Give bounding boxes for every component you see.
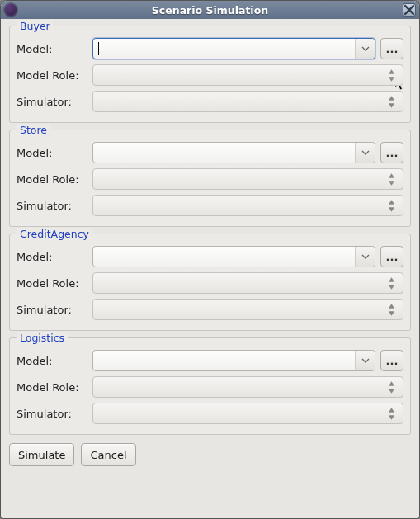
label-simulator: Simulator: [17,200,87,212]
dialog-client: Buyer Model: ... Model Role: [1,19,419,518]
browse-button[interactable]: ... [380,350,403,371]
row-model: Model: ... [17,36,403,61]
simulator-select[interactable] [92,195,403,216]
updown-icon[interactable] [388,377,399,397]
group-legend: Buyer [17,20,54,32]
chevron-down-icon[interactable] [355,247,375,267]
row-simulator: Simulator: [17,297,403,322]
simulate-button[interactable]: Simulate [9,443,74,466]
label-model-role: Model Role: [17,173,87,186]
updown-icon[interactable] [388,92,399,111]
browse-button[interactable]: ... [380,246,403,267]
updown-icon[interactable] [388,300,399,319]
ellipsis-label: ... [386,251,399,263]
group-store: Store Model: ... Model Role: [9,130,411,227]
dialog-window: Scenario Simulation Buyer Model: ... [0,0,420,519]
row-model: Model: ... [17,140,403,165]
group-creditagency: CreditAgency Model: ... Model Role: [9,234,411,331]
model-role-select[interactable] [92,272,403,294]
updown-icon[interactable] [388,169,399,189]
label-model-role: Model Role: [17,69,87,82]
label-simulator: Simulator: [17,408,87,420]
label-model: Model: [17,251,87,263]
window-title: Scenario Simulation [22,4,398,17]
model-combo[interactable] [92,38,375,59]
label-model: Model: [17,355,87,367]
simulator-select[interactable] [92,299,403,320]
model-role-select[interactable] [92,168,403,190]
simulate-label: Simulate [18,449,65,461]
close-icon[interactable] [403,3,416,17]
row-model: Model: ... [17,244,403,269]
model-combo[interactable] [92,246,375,267]
text-caret [98,42,99,55]
ellipsis-label: ... [386,43,399,55]
model-combo[interactable] [92,350,375,371]
row-model-role: Model Role: [17,63,403,87]
row-model: Model: ... [17,348,403,373]
group-buyer: Buyer Model: ... Model Role: [9,26,411,123]
updown-icon[interactable] [388,273,399,293]
row-model-role: Model Role: [17,375,403,399]
chevron-down-icon[interactable] [355,351,375,370]
browse-button[interactable]: ... [380,142,403,163]
updown-icon[interactable] [388,65,399,85]
label-model-role: Model Role: [17,381,87,394]
simulator-select[interactable] [92,91,403,112]
updown-icon[interactable] [388,403,399,423]
titlebar[interactable]: Scenario Simulation [1,1,419,19]
app-icon [4,3,17,17]
chevron-down-icon[interactable] [355,143,375,163]
browse-button[interactable]: ... [380,38,403,59]
updown-icon[interactable] [388,196,399,215]
ellipsis-label: ... [386,147,399,159]
ellipsis-label: ... [386,355,399,367]
row-simulator: Simulator: [17,89,403,114]
cancel-label: Cancel [90,449,126,461]
model-role-select[interactable] [92,376,403,398]
row-model-role: Model Role: [17,271,403,295]
row-simulator: Simulator: [17,401,403,426]
group-legend: CreditAgency [17,228,92,240]
model-combo[interactable] [92,142,375,163]
chevron-down-icon[interactable] [355,39,375,59]
label-simulator: Simulator: [17,96,87,108]
row-simulator: Simulator: [17,193,403,218]
group-legend: Logistics [17,332,68,344]
group-logistics: Logistics Model: ... Model Role: [9,337,411,435]
label-simulator: Simulator: [17,304,87,316]
label-model-role: Model Role: [17,277,87,290]
simulator-select[interactable] [92,403,403,424]
cancel-button[interactable]: Cancel [81,443,135,466]
label-model: Model: [17,43,87,55]
dialog-buttons: Simulate Cancel [9,441,411,466]
model-role-select[interactable] [92,64,403,86]
label-model: Model: [17,147,87,159]
group-legend: Store [17,124,50,136]
row-model-role: Model Role: [17,167,403,191]
